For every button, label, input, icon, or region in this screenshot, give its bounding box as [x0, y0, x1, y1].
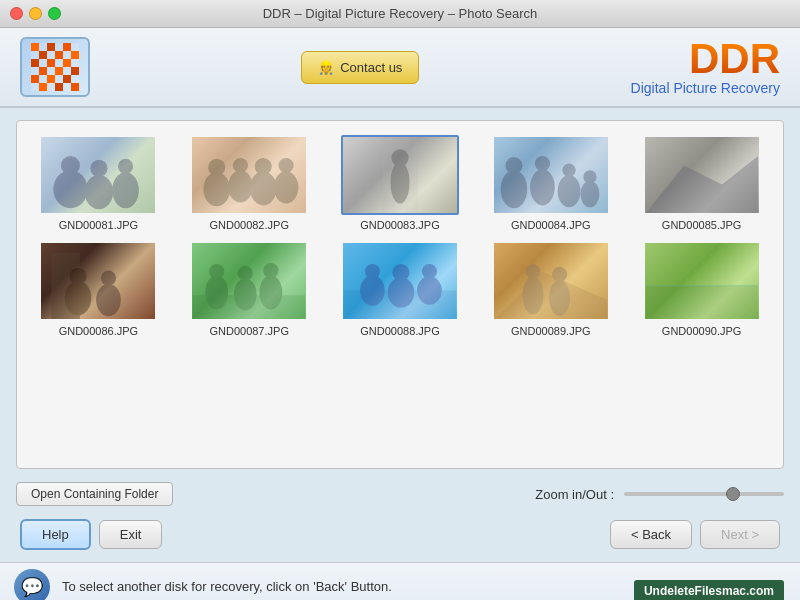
svg-point-30 — [101, 271, 116, 286]
controls-row: Open Containing Folder Zoom in/Out : — [16, 479, 784, 509]
svg-point-9 — [233, 158, 248, 173]
svg-point-49 — [552, 267, 567, 282]
svg-point-8 — [228, 170, 253, 202]
photo-item[interactable]: GND00087.JPG — [178, 241, 321, 337]
svg-point-28 — [70, 268, 87, 285]
svg-point-29 — [96, 284, 121, 316]
zoom-slider[interactable] — [624, 492, 784, 496]
svg-point-33 — [209, 264, 224, 279]
back-button[interactable]: < Back — [610, 520, 692, 549]
main-content: GND00081.JPG GND00082.JPG GND00083.JPG G… — [0, 108, 800, 562]
svg-point-23 — [580, 181, 599, 208]
brand-ddr: DDR — [631, 38, 780, 80]
svg-point-15 — [390, 162, 409, 204]
svg-point-3 — [91, 160, 108, 177]
svg-point-32 — [205, 275, 228, 309]
svg-point-12 — [274, 171, 299, 203]
svg-point-1 — [61, 156, 80, 175]
svg-point-42 — [392, 264, 409, 281]
photo-item[interactable]: GND00082.JPG — [178, 135, 321, 231]
svg-point-21 — [557, 175, 580, 207]
bottom-buttons: Help Exit < Back Next > — [16, 519, 784, 550]
photo-label: GND00082.JPG — [209, 219, 288, 231]
contact-us-button[interactable]: 👷 Contact us — [301, 51, 419, 84]
logo-checkerboard — [31, 43, 79, 91]
svg-point-40 — [365, 264, 380, 279]
zoom-label: Zoom in/Out : — [535, 487, 614, 502]
svg-point-10 — [250, 171, 277, 205]
svg-point-48 — [549, 280, 570, 316]
exit-button[interactable]: Exit — [99, 520, 163, 549]
photo-label: GND00086.JPG — [59, 325, 138, 337]
svg-point-0 — [54, 170, 88, 208]
svg-point-24 — [583, 170, 596, 183]
photo-item[interactable]: GND00090.JPG — [630, 241, 773, 337]
status-message: To select another disk for recovery, cli… — [62, 579, 392, 594]
brand-subtitle: Digital Picture Recovery — [631, 80, 780, 96]
contact-icon: 👷 — [318, 60, 334, 75]
photo-item[interactable]: GND00085.JPG — [630, 135, 773, 231]
svg-point-36 — [260, 275, 283, 309]
close-button[interactable] — [10, 7, 23, 20]
svg-point-16 — [391, 149, 408, 166]
svg-point-39 — [360, 275, 385, 305]
svg-point-27 — [65, 281, 92, 315]
status-icon: 💬 — [14, 569, 50, 601]
svg-rect-50 — [646, 286, 758, 319]
svg-point-46 — [522, 276, 543, 314]
svg-point-19 — [530, 169, 555, 205]
maximize-button[interactable] — [48, 7, 61, 20]
svg-point-43 — [417, 276, 442, 305]
svg-point-47 — [525, 264, 540, 279]
svg-point-22 — [562, 164, 575, 177]
photo-item[interactable]: GND00089.JPG — [479, 241, 622, 337]
traffic-lights — [10, 7, 61, 20]
photo-item[interactable]: GND00084.JPG — [479, 135, 622, 231]
photo-label: GND00089.JPG — [511, 325, 590, 337]
minimize-button[interactable] — [29, 7, 42, 20]
brand-area: DDR Digital Picture Recovery — [631, 38, 780, 96]
svg-point-18 — [505, 157, 522, 174]
svg-point-4 — [113, 172, 140, 208]
svg-point-7 — [208, 159, 225, 176]
photo-label: GND00084.JPG — [511, 219, 590, 231]
svg-point-11 — [255, 158, 272, 175]
photo-label: GND00090.JPG — [662, 325, 741, 337]
logo — [20, 37, 90, 97]
title-bar: DDR – Digital Picture Recovery – Photo S… — [0, 0, 800, 28]
svg-point-41 — [388, 277, 415, 307]
svg-point-34 — [234, 278, 257, 310]
photo-item[interactable]: GND00081.JPG — [27, 135, 170, 231]
zoom-area: Zoom in/Out : — [535, 487, 784, 502]
photo-item[interactable]: GND00088.JPG — [329, 241, 472, 337]
window-title: DDR – Digital Picture Recovery – Photo S… — [263, 6, 538, 21]
svg-point-6 — [204, 172, 231, 206]
photo-label: GND00083.JPG — [360, 219, 439, 231]
photo-label: GND00088.JPG — [360, 325, 439, 337]
photo-item[interactable]: GND00086.JPG — [27, 241, 170, 337]
svg-point-13 — [279, 158, 294, 173]
photo-item[interactable]: GND00083.JPG — [329, 135, 472, 231]
photo-label: GND00085.JPG — [662, 219, 741, 231]
photo-label: GND00081.JPG — [59, 219, 138, 231]
svg-point-2 — [85, 175, 114, 209]
svg-point-20 — [535, 156, 550, 171]
photo-grid-container: GND00081.JPG GND00082.JPG GND00083.JPG G… — [16, 120, 784, 469]
contact-label: Contact us — [340, 60, 402, 75]
svg-point-35 — [238, 266, 253, 281]
help-button[interactable]: Help — [20, 519, 91, 550]
brand-watermark: UndeleteFilesmac.com — [634, 580, 784, 600]
svg-point-17 — [500, 170, 527, 208]
status-bar: 💬 To select another disk for recovery, c… — [0, 562, 800, 600]
open-containing-folder-button[interactable]: Open Containing Folder — [16, 482, 173, 506]
next-button[interactable]: Next > — [700, 520, 780, 549]
photo-label: GND00087.JPG — [209, 325, 288, 337]
photo-grid[interactable]: GND00081.JPG GND00082.JPG GND00083.JPG G… — [17, 121, 783, 468]
header: 👷 Contact us DDR Digital Picture Recover… — [0, 28, 800, 108]
svg-point-5 — [118, 159, 133, 174]
svg-point-37 — [263, 263, 278, 278]
svg-marker-25 — [646, 156, 758, 213]
svg-point-44 — [422, 264, 437, 279]
